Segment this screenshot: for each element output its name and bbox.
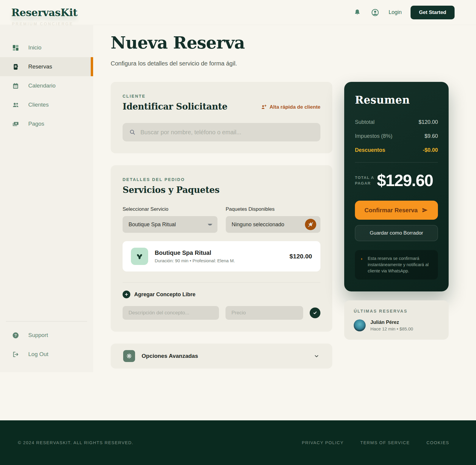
sidebar-item-label: Log Out — [28, 351, 48, 358]
sidebar-item-logout[interactable]: Log Out — [0, 345, 93, 364]
dashboard-icon — [12, 44, 19, 52]
logo-block: ReservasKit PREMIUM CONCIERGE — [11, 7, 77, 18]
recent-client-name: Julián Pérez — [370, 319, 413, 325]
selected-service-row[interactable]: Boutique Spa Ritual Duración: 90 min • P… — [123, 241, 320, 271]
sidebar-item-clientes[interactable]: Clientes — [0, 95, 93, 114]
package-select-value: Ninguno seleccionado — [232, 221, 284, 228]
leaf-icon — [131, 248, 148, 265]
summary-row-taxes: Impuestos (8%) $9.60 — [355, 133, 438, 139]
plus-circle-icon — [123, 291, 130, 298]
save-draft-button[interactable]: Guardar como Borrador — [355, 225, 438, 241]
bell-icon — [353, 9, 361, 16]
sidebar-item-label: Inicio — [28, 44, 41, 51]
privacy-policy-link[interactable]: PRIVACY POLICY — [302, 440, 344, 445]
confirm-concept-button[interactable] — [310, 308, 320, 318]
app-window: ReservasKit PREMIUM CONCIERGE Login Get … — [0, 0, 476, 465]
total-value: $129.60 — [377, 171, 433, 190]
summary-row-discounts: Descuentos -$0.00 — [355, 147, 438, 153]
chevron-down-icon — [313, 353, 320, 359]
divider — [123, 282, 320, 283]
terms-of-service-link[interactable]: TERMS OF SERVICE — [360, 440, 410, 445]
client-card-eyebrow: CLIENTE — [123, 94, 227, 99]
sidebar: Inicio Reservas — [0, 25, 93, 372]
concept-price-input[interactable] — [226, 306, 303, 320]
confirm-reservation-button[interactable]: Confirmar Reserva — [355, 201, 438, 220]
sidebar-item-label: Reservas — [28, 63, 52, 70]
concept-description-input[interactable] — [123, 306, 219, 320]
users-icon — [12, 101, 19, 109]
cookies-link[interactable]: COOKIES — [426, 440, 449, 445]
copyright-text: © 2024 RESERVASKIT. ALL RIGHTS RESERVED. — [18, 440, 133, 445]
free-concept-title: Agregar Concepto Libre — [134, 291, 195, 298]
page-subtitle: Configura los detalles del servicio de f… — [111, 60, 476, 67]
search-icon — [129, 129, 136, 135]
quick-add-client-button[interactable]: Alta rápida de cliente — [261, 104, 320, 112]
sidebar-item-label: Support — [28, 332, 48, 338]
sidebar-item-pagos[interactable]: Pagos — [0, 114, 93, 133]
advanced-options-title: Opciones Avanzadas — [142, 353, 307, 359]
page-footer: © 2024 RESERVASKIT. ALL RIGHTS RESERVED.… — [0, 420, 476, 465]
service-select-label: Seleccionar Servicio — [123, 206, 217, 212]
reservations-icon — [12, 63, 19, 71]
payments-icon — [12, 120, 19, 128]
svg-text:?: ? — [14, 333, 17, 338]
sidebar-item-label: Calendario — [28, 82, 56, 89]
account-button[interactable] — [371, 8, 380, 17]
sidebar-item-label: Pagos — [28, 121, 44, 127]
add-free-concept-button[interactable]: Agregar Concepto Libre — [123, 291, 320, 298]
client-card: CLIENTE Identificar Solicitante Alta ráp… — [111, 82, 332, 153]
recent-reservations-card: ÚLTIMAS RESERVAS Julián Pérez Hace 12 mi… — [344, 300, 449, 340]
lightning-icon — [360, 255, 363, 263]
sidebar-item-label: Clientes — [28, 102, 49, 108]
header-actions: Login Get Started — [353, 6, 455, 19]
total-label: TOTAL A PAGAR — [355, 175, 375, 186]
calendar-icon — [12, 82, 19, 90]
sidebar-item-support[interactable]: ? Support — [0, 326, 93, 345]
service-meta: Duración: 90 min • Profesional: Elena M. — [155, 258, 283, 263]
star-off-icon — [305, 219, 316, 230]
summary-panel: Resumen Subtotal $120.00 Impuestos (8%) … — [344, 82, 449, 291]
instant-confirmation-note: Esta reserva se confirmará instantáneame… — [355, 250, 438, 280]
login-link[interactable]: Login — [389, 9, 402, 15]
gear-icon — [123, 350, 135, 362]
total-row: TOTAL A PAGAR $129.60 — [355, 171, 438, 190]
client-search-input[interactable] — [123, 123, 320, 141]
help-icon: ? — [12, 332, 19, 339]
service-select[interactable]: Boutique Spa Ritual — [123, 216, 217, 233]
divider — [355, 162, 438, 163]
logo-tagline: PREMIUM CONCIERGE — [12, 21, 73, 26]
service-price: $120.00 — [289, 253, 312, 260]
send-icon — [421, 207, 428, 214]
client-card-title: Identificar Solicitante — [123, 102, 227, 112]
package-select-label: Paquetes Disponibles — [226, 206, 321, 212]
check-circle-icon — [312, 310, 318, 316]
quick-add-client-label: Alta rápida de cliente — [270, 104, 320, 110]
summary-row-subtotal: Subtotal $120.00 — [355, 119, 438, 125]
logout-icon — [12, 351, 19, 358]
order-card-title: Servicios y Paquetes — [123, 185, 320, 195]
advanced-options-toggle[interactable]: Opciones Avanzadas — [111, 344, 332, 369]
notifications-button[interactable] — [353, 8, 362, 17]
avatar — [354, 319, 366, 331]
sidebar-item-calendario[interactable]: Calendario — [0, 76, 93, 95]
order-card: DETALLES DEL PEDIDO Servicios y Paquetes… — [111, 165, 332, 332]
top-header: ReservasKit PREMIUM CONCIERGE Login Get … — [0, 0, 476, 25]
sidebar-divider — [6, 321, 87, 322]
get-started-button[interactable]: Get Started — [411, 6, 455, 19]
list-item[interactable]: Julián Pérez Hace 12 min • $85.00 — [354, 319, 439, 331]
package-select[interactable]: Ninguno seleccionado — [226, 216, 321, 233]
sidebar-item-inicio[interactable]: Inicio — [0, 38, 93, 57]
person-add-icon — [261, 104, 267, 110]
user-circle-icon — [371, 8, 380, 17]
app-logo: ReservasKit — [11, 7, 77, 18]
double-chevron-down-icon — [207, 221, 213, 228]
sidebar-item-reservas[interactable]: Reservas — [0, 57, 93, 76]
service-select-value: Boutique Spa Ritual — [129, 221, 176, 228]
recent-reservations-title: ÚLTIMAS RESERVAS — [354, 309, 439, 313]
note-text: Esta reserva se confirmará instantáneame… — [368, 255, 433, 274]
recent-client-meta: Hace 12 min • $85.00 — [370, 326, 413, 331]
page-title: Nueva Reserva — [111, 33, 476, 52]
order-card-eyebrow: DETALLES DEL PEDIDO — [123, 177, 320, 182]
summary-title: Resumen — [355, 94, 438, 106]
main-content: Nueva Reserva Configura los detalles del… — [93, 25, 476, 369]
